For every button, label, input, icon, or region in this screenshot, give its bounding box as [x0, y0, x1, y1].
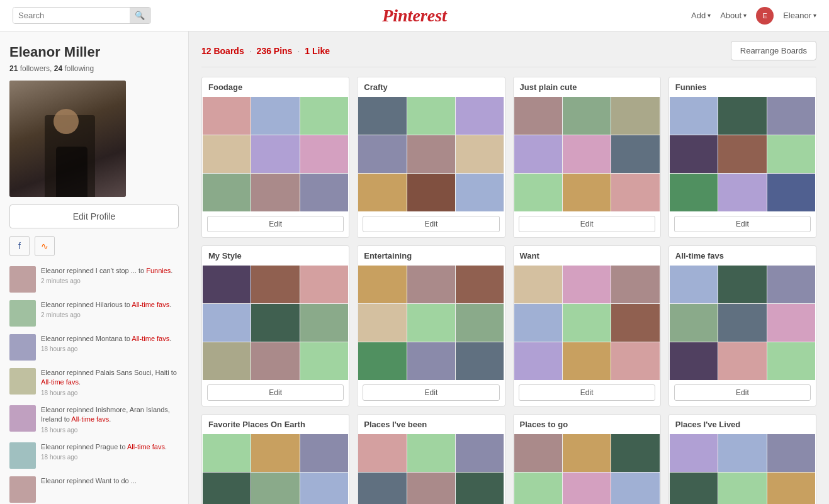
board-card: EntertainingEdit: [357, 245, 505, 406]
about-caret-icon: ▾: [743, 12, 747, 19]
board-image: [358, 473, 406, 504]
activity-board-link[interactable]: All-time favs: [41, 378, 79, 386]
boards-count-link[interactable]: 12 Boards: [201, 46, 244, 56]
rss-icon[interactable]: ∿: [35, 236, 55, 256]
board-card: FoodageEdit: [201, 77, 349, 238]
activity-thumb-image: [9, 334, 36, 361]
board-image: [251, 266, 299, 303]
board-edit-button[interactable]: Edit: [207, 216, 344, 232]
profile-header: 12 Boards · 236 Pins · 1 Like Rearrange …: [201, 41, 816, 67]
activity-thumb-image: [9, 405, 36, 432]
board-image: [718, 266, 766, 303]
edit-profile-button[interactable]: Edit Profile: [9, 204, 179, 228]
board-image: [251, 342, 299, 380]
rearrange-boards-button[interactable]: Rearrange Boards: [731, 41, 816, 60]
board-image: [358, 174, 406, 211]
board-image: [767, 266, 815, 303]
board-image: [203, 174, 251, 211]
activity-thumb-image: [9, 442, 36, 469]
board-image: [456, 135, 504, 173]
activity-description: Eleanor repinned Prague to: [41, 443, 127, 451]
activity-text: Eleanor repinned Montana to All-time fav…: [41, 334, 171, 354]
board-card: My StyleEdit: [201, 245, 349, 406]
board-image: [514, 342, 562, 380]
board-image: [563, 304, 611, 342]
board-card: Just plain cuteEdit: [513, 77, 661, 238]
board-image: [611, 473, 659, 504]
board-edit-button[interactable]: Edit: [519, 216, 655, 232]
board-edit-button[interactable]: Edit: [519, 384, 655, 401]
board-image: [456, 97, 504, 135]
board-image: [670, 174, 718, 211]
activity-text: Eleanor repinned Prague to All-time favs…: [41, 442, 167, 462]
board-edit-button[interactable]: Edit: [674, 216, 811, 232]
board-images: [203, 434, 348, 504]
board-image: [514, 473, 562, 504]
board-images: [203, 266, 348, 380]
board-image: [407, 135, 455, 173]
board-image: [407, 473, 455, 504]
follow-info: 21 followers, 24 following: [9, 64, 179, 73]
activity-board-link[interactable]: All-time favs: [71, 415, 109, 423]
board-image: [563, 174, 611, 211]
search-button[interactable]: 🔍: [130, 8, 150, 23]
logo: Pinterest: [382, 6, 447, 26]
activity-thumbnail: [9, 300, 36, 327]
board-edit-button[interactable]: Edit: [674, 384, 811, 401]
board-card: Places to goEdit: [513, 414, 661, 504]
board-image: [670, 342, 718, 380]
board-image: [407, 174, 455, 211]
activity-board-link[interactable]: All-time favs: [132, 335, 169, 342]
board-title: My Style: [202, 246, 349, 266]
activity-board-link[interactable]: All-time favs: [127, 443, 165, 451]
search-input[interactable]: [13, 8, 130, 23]
board-edit-button[interactable]: Edit: [363, 216, 499, 232]
board-image: [670, 266, 718, 303]
board-image: [670, 304, 718, 342]
facebook-icon[interactable]: f: [9, 236, 30, 256]
board-images: [670, 434, 815, 504]
board-title: Crafty: [358, 77, 504, 97]
board-card: WantEdit: [513, 245, 661, 406]
board-image: [456, 174, 504, 211]
add-button[interactable]: Add ▾: [691, 11, 711, 20]
board-edit-button[interactable]: Edit: [207, 384, 344, 401]
activity-board-link[interactable]: All-time favs: [132, 301, 169, 308]
board-image: [670, 473, 718, 504]
activity-board-link[interactable]: Funnies: [146, 267, 171, 274]
board-image: [407, 266, 455, 303]
activity-thumb-image: [9, 300, 36, 327]
board-images: [514, 434, 660, 504]
pins-count-link[interactable]: 236 Pins: [257, 46, 293, 56]
activity-time: 18 hours ago: [41, 426, 179, 435]
board-card: CraftyEdit: [357, 77, 505, 238]
board-image: [456, 266, 504, 303]
board-image: [456, 473, 504, 504]
activity-description: Eleanor repinned Montana to: [41, 335, 132, 342]
user-name: Eleanor Miller: [9, 44, 179, 60]
board-image: [611, 304, 659, 342]
header: 🔍 Pinterest Add ▾ About ▾ E Eleanor ▾: [0, 0, 829, 31]
board-edit-button[interactable]: Edit: [363, 384, 499, 401]
board-image: [300, 473, 348, 504]
activity-thumbnail: [9, 476, 36, 503]
about-button[interactable]: About ▾: [720, 11, 747, 20]
board-image: [300, 266, 348, 303]
user-menu-button[interactable]: Eleanor ▾: [783, 11, 816, 20]
activity-time: 2 minutes ago: [41, 311, 171, 320]
activity-item: Eleanor repinned Hilarious to All-time f…: [9, 300, 179, 327]
board-image: [718, 135, 766, 173]
activity-time: 18 hours ago: [41, 453, 167, 462]
board-image: [203, 473, 251, 504]
board-image: [300, 174, 348, 211]
likes-count-link[interactable]: 1 Like: [305, 46, 330, 56]
board-image: [407, 97, 455, 135]
board-card: FunniesEdit: [668, 77, 816, 238]
board-image: [611, 135, 659, 173]
board-image: [563, 135, 611, 173]
board-image: [251, 304, 299, 342]
board-card: Places I've beenEdit: [357, 414, 505, 504]
board-image: [407, 304, 455, 342]
board-images: [670, 266, 815, 380]
activity-item: Eleanor repinned Prague to All-time favs…: [9, 442, 179, 469]
